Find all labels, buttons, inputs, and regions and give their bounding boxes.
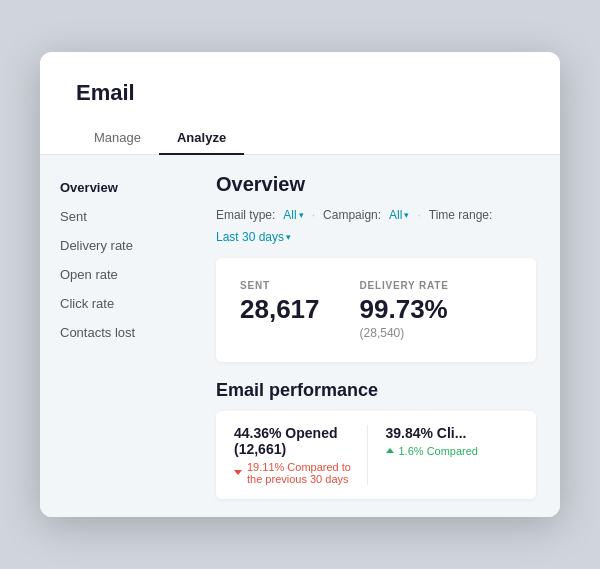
sidebar-item-contacts-lost[interactable]: Contacts lost xyxy=(40,318,200,347)
perf-clicked-main: 39.84% Cli... xyxy=(386,425,519,441)
sidebar: Overview Sent Delivery rate Open rate Cl… xyxy=(40,155,200,517)
perf-opened-main: 44.36% Opened (12,661) xyxy=(234,425,367,457)
tab-manage[interactable]: Manage xyxy=(76,122,159,155)
email-type-dropdown[interactable]: All ▾ xyxy=(283,208,303,222)
sidebar-item-sent[interactable]: Sent xyxy=(40,202,200,231)
sep2: · xyxy=(417,208,420,222)
arrow-up-icon xyxy=(386,448,394,453)
email-type-value: All xyxy=(283,208,296,222)
email-type-label: Email type: xyxy=(216,208,275,222)
time-range-label: Time range: xyxy=(429,208,493,222)
campaign-label: Campaign: xyxy=(323,208,381,222)
stat-delivery-rate: DELIVERY RATE 99.73% (28,540) xyxy=(360,280,449,340)
stat-sent: SENT 28,617 xyxy=(240,280,320,340)
perf-opened-change: 19.11% Compared to the previous 30 days xyxy=(234,461,367,485)
campaign-value: All xyxy=(389,208,402,222)
campaign-dropdown[interactable]: All ▾ xyxy=(389,208,409,222)
perf-clicked-change: 1.6% Compared xyxy=(386,445,519,457)
stat-delivery-value: 99.73% xyxy=(360,295,449,324)
perf-item-opened: 44.36% Opened (12,661) 19.11% Compared t… xyxy=(234,425,367,485)
sidebar-item-delivery-rate[interactable]: Delivery rate xyxy=(40,231,200,260)
tab-analyze[interactable]: Analyze xyxy=(159,122,244,155)
stats-card: SENT 28,617 DELIVERY RATE 99.73% (28,540… xyxy=(216,258,536,362)
stat-sent-label: SENT xyxy=(240,280,320,291)
perf-clicked-change-text: 1.6% Compared xyxy=(399,445,479,457)
section-title: Overview xyxy=(216,173,536,196)
stat-delivery-sub: (28,540) xyxy=(360,326,449,340)
perf-row: 44.36% Opened (12,661) 19.11% Compared t… xyxy=(234,425,518,485)
time-range-caret: ▾ xyxy=(286,232,291,242)
content-area: Overview Sent Delivery rate Open rate Cl… xyxy=(40,155,560,517)
stat-sent-value: 28,617 xyxy=(240,295,320,324)
performance-card: 44.36% Opened (12,661) 19.11% Compared t… xyxy=(216,411,536,499)
arrow-down-icon xyxy=(234,470,242,475)
sep1: · xyxy=(312,208,315,222)
sidebar-item-open-rate[interactable]: Open rate xyxy=(40,260,200,289)
filters-bar: Email type: All ▾ · Campaign: All ▾ · Ti… xyxy=(216,208,536,244)
tab-bar: Manage Analyze xyxy=(76,122,524,154)
page-title: Email xyxy=(76,80,524,106)
sidebar-item-overview[interactable]: Overview xyxy=(40,173,200,202)
stat-delivery-label: DELIVERY RATE xyxy=(360,280,449,291)
perf-item-clicked: 39.84% Cli... 1.6% Compared xyxy=(367,425,519,485)
app-window: Email Manage Analyze Overview Sent Deliv… xyxy=(40,52,560,517)
campaign-caret: ▾ xyxy=(404,210,409,220)
sidebar-item-click-rate[interactable]: Click rate xyxy=(40,289,200,318)
performance-title: Email performance xyxy=(216,380,536,401)
main-content: Overview Email type: All ▾ · Campaign: A… xyxy=(200,155,560,517)
time-range-dropdown[interactable]: Last 30 days ▾ xyxy=(216,230,291,244)
email-type-caret: ▾ xyxy=(299,210,304,220)
perf-opened-change-text: 19.11% Compared to the previous 30 days xyxy=(247,461,367,485)
performance-section: Email performance 44.36% Opened (12,661)… xyxy=(216,380,536,499)
time-range-value: Last 30 days xyxy=(216,230,284,244)
window-header: Email Manage Analyze xyxy=(40,52,560,154)
